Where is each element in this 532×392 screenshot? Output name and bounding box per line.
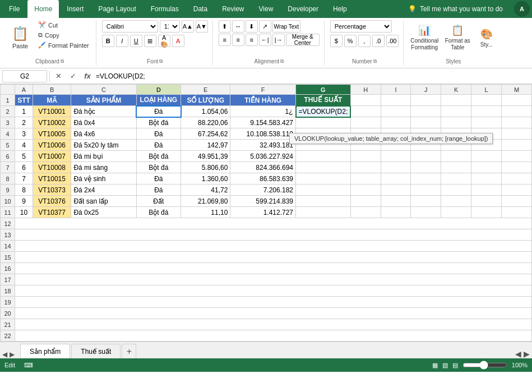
cell-f3[interactable]: 9.154.583.427 [230, 117, 296, 128]
tab-home[interactable]: Home [27, 0, 59, 18]
font-size-select[interactable]: 11 [160, 20, 180, 33]
cell-i2[interactable] [381, 106, 411, 117]
row-header-20[interactable]: 20 [1, 308, 15, 319]
cell-f6[interactable]: 5.036.227.924 [230, 151, 296, 162]
align-middle-button[interactable]: ↔ [232, 20, 244, 33]
cell-e3[interactable]: 88.220,06 [181, 117, 230, 128]
cell-c9[interactable]: Đá 2x4 [71, 185, 136, 196]
cell-l9[interactable] [471, 185, 502, 196]
wrap-text-button[interactable]: Wrap Text [272, 20, 300, 33]
cell-f8[interactable]: 86.583.639 [230, 173, 296, 185]
cell-empty-16[interactable] [15, 263, 532, 274]
col-header-k[interactable]: K [441, 85, 471, 95]
row-header-13[interactable]: 13 [1, 229, 15, 241]
cell-empty-12[interactable] [15, 218, 532, 229]
cell-l11[interactable] [471, 207, 502, 218]
cell-b5[interactable]: VT10006 [33, 140, 71, 151]
cell-f5[interactable]: 32.493.181 [230, 140, 296, 151]
col-header-j[interactable]: J [411, 85, 441, 95]
tab-insert[interactable]: Insert [60, 0, 90, 18]
cell-empty-18[interactable] [15, 285, 532, 297]
increase-font-button[interactable]: A▲ [182, 20, 194, 33]
cell-h7[interactable] [350, 162, 381, 173]
col-header-c[interactable]: C [71, 85, 136, 95]
row-header-4[interactable]: 4 [1, 128, 15, 140]
cell-empty-17[interactable] [15, 274, 532, 285]
cell-e9[interactable]: 41,72 [181, 185, 230, 196]
cell-m6[interactable] [501, 151, 531, 162]
col-header-h[interactable]: H [350, 85, 381, 95]
row-header-6[interactable]: 6 [1, 151, 15, 162]
cell-e10[interactable]: 21.069,80 [181, 196, 230, 207]
align-center-button[interactable]: ≡ [232, 34, 244, 46]
cell-empty-22[interactable] [15, 330, 532, 342]
cell-l2[interactable] [471, 106, 502, 117]
tab-file[interactable]: File [2, 0, 26, 18]
cell-j7[interactable] [411, 162, 441, 173]
cell-b3[interactable]: VT10002 [33, 117, 71, 128]
row-header-16[interactable]: 16 [1, 263, 15, 274]
currency-button[interactable]: $ [330, 35, 343, 47]
cell-d5[interactable]: Đá [136, 140, 181, 151]
underline-button[interactable]: U [130, 35, 142, 47]
cell-empty-21[interactable] [15, 319, 532, 330]
zoom-slider[interactable] [462, 361, 507, 370]
row-header-1[interactable]: 1 [1, 95, 15, 106]
scroll-tabs-right-button[interactable]: ▶ [10, 351, 15, 358]
format-painter-button[interactable]: 🖌️ Format Painter [36, 40, 91, 50]
cell-h8[interactable] [350, 173, 381, 185]
col-header-d[interactable]: D [136, 85, 181, 95]
cell-b7[interactable]: VT10008 [33, 162, 71, 173]
cell-a9[interactable]: 8 [15, 185, 33, 196]
user-avatar[interactable]: A [514, 1, 530, 17]
cell-c11[interactable]: Đá 0x25 [71, 207, 136, 218]
cell-c1[interactable]: SẢN PHẨM [71, 95, 136, 106]
cell-g9[interactable] [296, 185, 351, 196]
cell-m3[interactable] [501, 117, 531, 128]
cell-d10[interactable]: Đất [136, 196, 181, 207]
cell-m4[interactable] [501, 128, 531, 140]
cell-f2[interactable]: 1¿ [230, 106, 296, 117]
cell-g6[interactable] [296, 151, 351, 162]
cell-c6[interactable]: Đá mi bụi [71, 151, 136, 162]
cell-b6[interactable]: VT10007 [33, 151, 71, 162]
row-header-3[interactable]: 3 [1, 117, 15, 128]
cell-h6[interactable] [350, 151, 381, 162]
tab-formulas[interactable]: Formulas [144, 0, 186, 18]
cut-button[interactable]: ✂️ Cut [36, 20, 91, 30]
sheet-tab-san-pham[interactable]: Sản phẩm [20, 344, 70, 358]
row-header-21[interactable]: 21 [1, 319, 15, 330]
row-header-8[interactable]: 8 [1, 173, 15, 185]
cell-h9[interactable] [350, 185, 381, 196]
formula-input[interactable] [96, 70, 530, 82]
cell-empty-20[interactable] [15, 308, 532, 319]
cell-d6[interactable]: Bột đá [136, 151, 181, 162]
cell-b10[interactable]: VT10376 [33, 196, 71, 207]
format-as-table-button[interactable]: 📋 Format as Table [442, 20, 473, 55]
cell-e11[interactable]: 11,10 [181, 207, 230, 218]
cell-k9[interactable] [441, 185, 471, 196]
cell-empty-15[interactable] [15, 252, 532, 263]
cell-m9[interactable] [501, 185, 531, 196]
cell-i8[interactable] [381, 173, 411, 185]
cell-d7[interactable]: Bột đá [136, 162, 181, 173]
cell-b2[interactable]: VT10001 [33, 106, 71, 117]
cell-j10[interactable] [411, 196, 441, 207]
cell-d11[interactable]: Bột đá [136, 207, 181, 218]
cell-l8[interactable] [471, 173, 502, 185]
cell-d1[interactable]: LOẠI HÀNG [136, 95, 181, 106]
cell-g10[interactable] [296, 196, 351, 207]
cell-a3[interactable]: 2 [15, 117, 33, 128]
cell-l1[interactable] [471, 95, 502, 106]
orientation-button[interactable]: ↗ [259, 20, 271, 33]
cell-j11[interactable] [411, 207, 441, 218]
row-header-17[interactable]: 17 [1, 274, 15, 285]
tab-developer[interactable]: Developer [281, 0, 325, 18]
cell-m8[interactable] [501, 173, 531, 185]
cell-l10[interactable] [471, 196, 502, 207]
cell-k11[interactable] [441, 207, 471, 218]
italic-button[interactable]: I [116, 35, 128, 47]
row-header-10[interactable]: 10 [1, 196, 15, 207]
cell-a7[interactable]: 6 [15, 162, 33, 173]
cell-m11[interactable] [501, 207, 531, 218]
